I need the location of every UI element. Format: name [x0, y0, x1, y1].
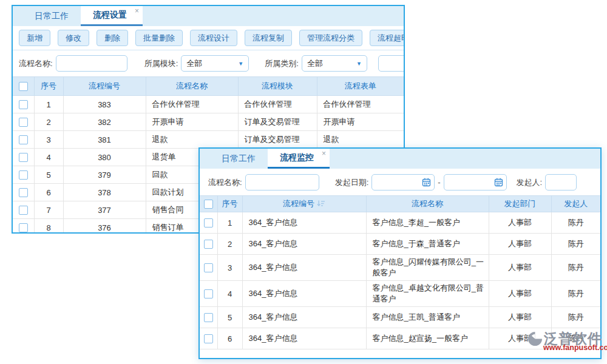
manage-process-category-button[interactable]: 管理流程分类	[299, 30, 362, 46]
row-checkbox[interactable]	[19, 100, 28, 109]
module-select[interactable]: 全部 ▼	[181, 55, 249, 72]
cell-process-no: 382	[63, 113, 146, 131]
cell-init-dept: 人事部	[489, 255, 551, 281]
table-row: 3 381 退款 订单及交易管理 退款	[13, 131, 404, 149]
cell-process-name: 客户信息_赵宣扬_一般客户	[366, 328, 489, 349]
row-checkbox[interactable]	[204, 218, 213, 228]
cell-seq: 4	[34, 149, 63, 166]
cell-process-no: 377	[63, 201, 146, 219]
cell-process-name: 客户信息_李超_一般客户	[366, 212, 489, 234]
row-checkbox[interactable]	[19, 188, 28, 197]
cell-process-no: 383	[63, 96, 146, 113]
cell-seq: 1	[217, 212, 242, 234]
cell-process-name: 退款	[146, 131, 238, 149]
tab-process-monitor[interactable]: 流程监控 ×	[268, 149, 330, 169]
tab-label: 日常工作	[222, 153, 256, 164]
row-checkbox[interactable]	[204, 289, 213, 298]
cell-process-no: 376	[63, 219, 146, 234]
sort-icon[interactable]	[317, 200, 325, 209]
cell-process-form: 退款	[317, 131, 404, 149]
cell-seq: 3	[34, 131, 63, 149]
table-header-row: 序号 流程编号 流程名称 发起部门 发起人	[200, 196, 600, 212]
cell-process-name: 客户信息_卓越文化有限公司_普通客户	[366, 281, 489, 307]
table-row: 2 382 开票申请 订单及交易管理 开票申请	[13, 113, 404, 131]
cell-process-no: 364_客户信息	[242, 307, 366, 328]
tab-label: 流程设置	[93, 10, 127, 21]
row-checkbox[interactable]	[19, 153, 28, 162]
row-checkbox[interactable]	[19, 118, 28, 127]
extra-filter-input[interactable]	[378, 55, 405, 72]
module-select-value: 全部	[186, 58, 202, 69]
table-row: 1 383 合作伙伴管理 合作伙伴管理 合作伙伴管理	[13, 96, 404, 113]
table-row: 1 364_客户信息 客户信息_李超_一般客户 人事部 陈丹	[200, 212, 600, 234]
start-date-label: 发起日期:	[335, 177, 369, 188]
select-all-cell	[13, 77, 34, 96]
table-header-row: 序号 流程编号 流程名称 流程模块 流程表单	[13, 77, 404, 96]
col-process-name: 流程名称	[366, 196, 489, 212]
category-select[interactable]: 全部 ▼	[302, 55, 367, 72]
select-all-checkbox[interactable]	[204, 200, 213, 209]
cell-process-no: 364_客户信息	[242, 328, 366, 349]
calendar-icon[interactable]	[494, 178, 503, 189]
chevron-down-icon: ▼	[356, 61, 362, 67]
cell-process-name: 合作伙伴管理	[146, 96, 238, 113]
tab-daily-work[interactable]: 日常工作	[22, 6, 81, 26]
cell-process-no: 364_客户信息	[242, 255, 366, 281]
process-design-button[interactable]: 流程设计	[190, 30, 237, 46]
batch-delete-button[interactable]: 批量删除	[135, 30, 183, 46]
tab-label: 日常工作	[35, 11, 69, 22]
date-to-field[interactable]	[444, 174, 507, 190]
table-row: 3 364_客户信息 客户信息_闪耀传媒有限公司_一般客户 人事部 陈丹	[200, 255, 600, 281]
col-process-no: 流程编号	[63, 77, 146, 96]
col-initiator: 发起人	[551, 196, 600, 212]
delete-button[interactable]: 删除	[97, 30, 128, 46]
table-row: 2 364_客户信息 客户信息_于森_普通客户 人事部 陈丹	[200, 234, 600, 255]
chevron-down-icon: ▼	[238, 61, 243, 67]
select-all-checkbox[interactable]	[19, 82, 28, 91]
row-checkbox[interactable]	[19, 223, 28, 232]
cell-seq: 1	[34, 96, 63, 113]
category-label: 所属类别:	[265, 58, 299, 69]
col-seq: 序号	[217, 196, 242, 212]
row-checkbox[interactable]	[19, 206, 28, 215]
modify-button[interactable]: 修改	[58, 30, 89, 46]
cell-seq: 5	[34, 166, 63, 184]
front-filterbar: 流程名称: 发起日期: - 发起人:	[200, 169, 600, 195]
cell-initiator: 陈丹	[551, 281, 600, 307]
cell-process-no: 380	[63, 149, 146, 166]
cell-seq: 8	[34, 219, 63, 234]
close-icon[interactable]: ×	[322, 150, 326, 157]
calendar-icon[interactable]	[422, 178, 431, 189]
cell-process-no: 364_客户信息	[242, 212, 366, 234]
row-checkbox[interactable]	[204, 240, 213, 249]
process-timeout-button[interactable]: 流程超时提	[370, 30, 405, 46]
cell-process-form: 合作伙伴管理	[317, 96, 404, 113]
row-checkbox[interactable]	[204, 313, 213, 322]
col-process-name: 流程名称	[146, 77, 238, 96]
process-name-input[interactable]	[56, 55, 127, 72]
row-checkbox[interactable]	[204, 263, 213, 272]
tab-label: 流程监控	[280, 152, 314, 163]
close-icon[interactable]: ×	[135, 7, 139, 15]
row-checkbox[interactable]	[19, 135, 28, 144]
cell-init-dept: 人事部	[489, 212, 551, 234]
back-tabbar: 日常工作 流程设置 ×	[13, 6, 404, 26]
row-checkbox[interactable]	[19, 170, 28, 180]
front-tabbar: 日常工作 流程监控 ×	[200, 149, 600, 169]
date-from-field[interactable]	[371, 174, 435, 190]
category-select-value: 全部	[307, 58, 323, 69]
process-name-input[interactable]	[245, 174, 319, 190]
col-seq: 序号	[34, 77, 63, 96]
process-copy-button[interactable]: 流程复制	[245, 30, 292, 46]
cell-process-no: 364_客户信息	[242, 234, 366, 255]
tab-process-settings[interactable]: 流程设置 ×	[81, 6, 143, 26]
tab-daily-work[interactable]: 日常工作	[209, 149, 268, 169]
cell-process-module: 合作伙伴管理	[238, 96, 317, 113]
row-checkbox[interactable]	[204, 334, 213, 343]
cell-init-dept: 人事部	[489, 281, 551, 307]
initiator-input[interactable]	[545, 174, 577, 190]
table-row: 4 364_客户信息 客户信息_卓越文化有限公司_普通客户 人事部 陈丹	[200, 281, 600, 307]
col-init-dept: 发起部门	[489, 196, 551, 212]
add-button[interactable]: 新增	[19, 30, 50, 46]
process-name-label: 流程名称:	[208, 177, 242, 188]
